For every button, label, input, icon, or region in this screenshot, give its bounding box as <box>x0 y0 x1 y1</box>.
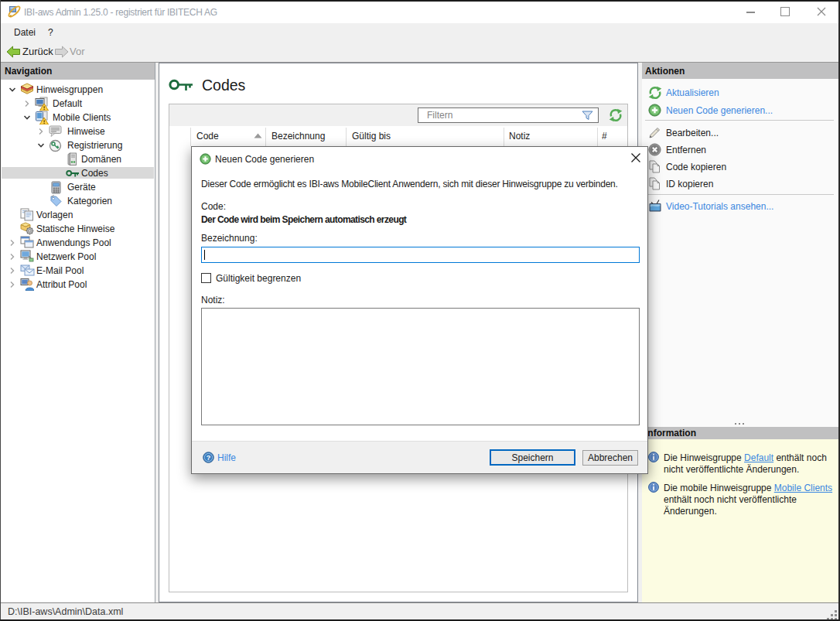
svg-text:?: ? <box>207 454 211 462</box>
